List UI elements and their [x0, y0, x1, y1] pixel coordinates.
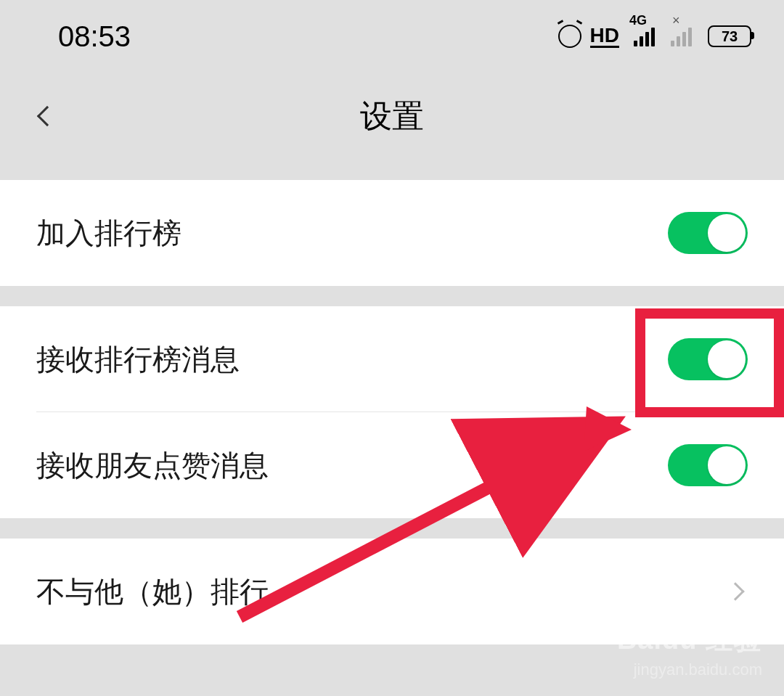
join-leaderboard-row[interactable]: 加入排行榜: [0, 180, 784, 286]
navigation-bar: 设置: [0, 73, 784, 160]
receive-likes-msg-toggle[interactable]: [668, 444, 748, 486]
hd-indicator: HD: [590, 25, 619, 48]
chevron-right-icon: [726, 582, 744, 600]
status-bar: 08:53 HD 4G × 73: [0, 0, 784, 73]
back-button[interactable]: [29, 98, 65, 134]
setting-label: 不与他（她）排行: [36, 572, 269, 612]
battery-icon: 73: [708, 25, 751, 47]
status-icons: HD 4G × 73: [558, 25, 751, 48]
join-leaderboard-toggle[interactable]: [668, 212, 748, 254]
settings-list: 加入排行榜 接收排行榜消息 接收朋友点赞消息 不与他（她）排行: [0, 160, 784, 688]
watermark: Baidu 经验 jingyan.baidu.com: [617, 621, 762, 681]
chevron-left-icon: [37, 106, 57, 126]
page-title: 设置: [0, 95, 784, 138]
receive-leaderboard-msg-row[interactable]: 接收排行榜消息: [0, 306, 784, 412]
setting-label: 接收排行榜消息: [36, 340, 240, 380]
setting-label: 接收朋友点赞消息: [36, 446, 269, 486]
signal-4g-icon: 4G: [634, 26, 655, 46]
alarm-icon: [558, 25, 581, 48]
receive-likes-msg-row[interactable]: 接收朋友点赞消息: [0, 412, 784, 518]
setting-label: 加入排行榜: [36, 213, 181, 253]
signal-secondary-icon: ×: [671, 26, 692, 46]
receive-leaderboard-msg-toggle[interactable]: [668, 338, 748, 380]
status-time: 08:53: [58, 20, 131, 53]
